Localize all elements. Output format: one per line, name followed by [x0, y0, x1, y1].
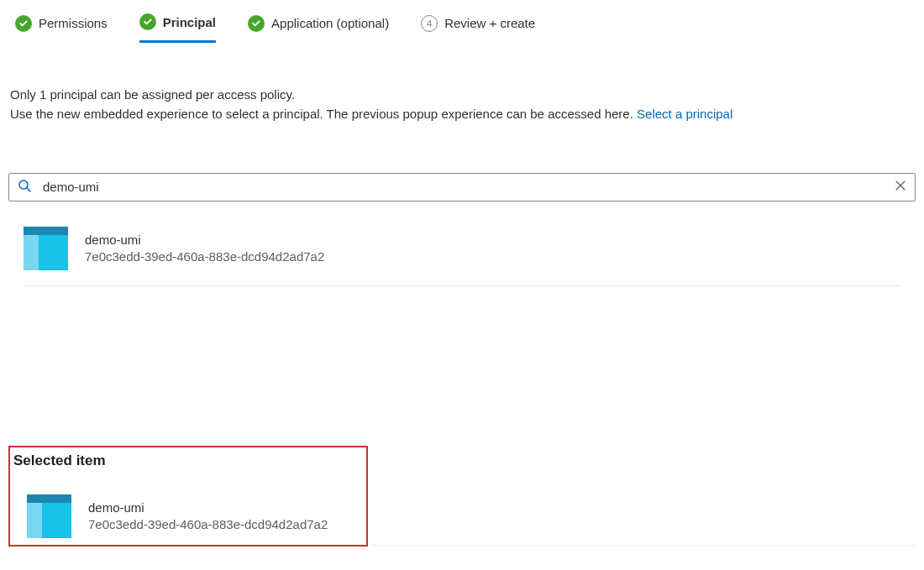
tab-permissions[interactable]: Permissions	[15, 15, 108, 42]
result-id: 7e0c3edd-39ed-460a-883e-dcd94d2ad7a2	[85, 249, 324, 264]
tab-label: Permissions	[39, 16, 108, 30]
check-icon	[15, 15, 32, 32]
search-results: demo-umi 7e0c3edd-39ed-460a-883e-dcd94d2…	[8, 220, 916, 286]
svg-line-1	[27, 188, 30, 191]
principal-search-box[interactable]	[8, 173, 916, 201]
result-name: demo-umi	[85, 233, 324, 247]
wizard-tabs: Permissions Principal Application (optio…	[8, 8, 916, 43]
selected-list-item[interactable]: demo-umi 7e0c3edd-39ed-460a-883e-dcd94d2…	[27, 488, 349, 540]
avatar	[27, 494, 71, 538]
info-line-2: Use the new embedded experience to selec…	[10, 104, 914, 123]
tab-label: Principal	[163, 15, 216, 29]
search-input[interactable]	[43, 180, 883, 194]
selected-id: 7e0c3edd-39ed-460a-883e-dcd94d2ad7a2	[88, 517, 328, 531]
check-icon	[139, 13, 156, 30]
avatar	[24, 227, 68, 270]
select-principal-link[interactable]: Select a principal	[637, 107, 732, 121]
tab-review-create[interactable]: 4 Review + create	[421, 15, 535, 42]
tab-label: Application (optional)	[271, 16, 389, 30]
step-number-icon: 4	[421, 15, 438, 32]
selected-heading: Selected item	[12, 452, 365, 469]
tab-label: Review + create	[444, 16, 535, 30]
tab-application[interactable]: Application (optional)	[248, 15, 389, 42]
tab-principal[interactable]: Principal	[139, 13, 216, 43]
list-item[interactable]: demo-umi 7e0c3edd-39ed-460a-883e-dcd94d2…	[24, 220, 900, 286]
info-text: Only 1 principal can be assigned per acc…	[8, 85, 916, 124]
selected-name: demo-umi	[88, 500, 328, 515]
info-line-1: Only 1 principal can be assigned per acc…	[10, 85, 914, 104]
search-icon	[18, 179, 31, 195]
check-icon	[248, 15, 265, 32]
clear-icon[interactable]	[895, 180, 906, 194]
divider	[371, 545, 916, 546]
selected-item-section: Selected item demo-umi 7e0c3edd-39ed-460…	[8, 446, 368, 546]
